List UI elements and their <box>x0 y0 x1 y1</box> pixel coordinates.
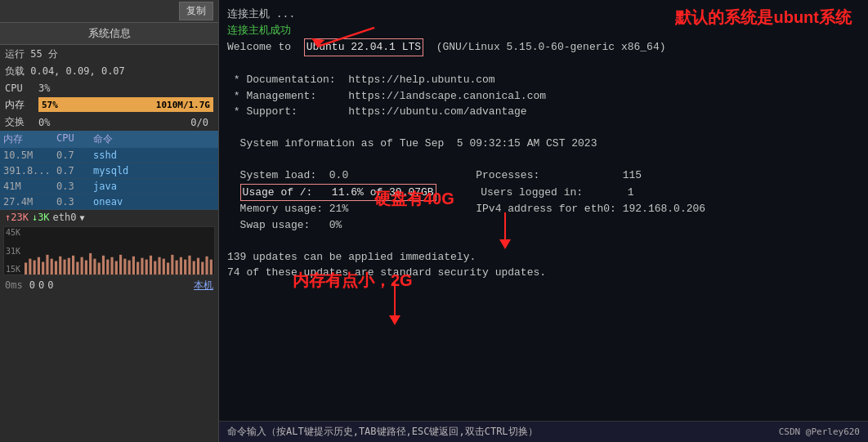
svg-rect-12 <box>76 262 78 275</box>
csdn-credit: CSDN @Perley620 <box>779 426 860 437</box>
svg-rect-30 <box>154 261 156 275</box>
terminal-line: 连接主机成功 <box>227 23 860 39</box>
row-mem: 41M <box>3 181 48 192</box>
latency-value-1: 0 <box>38 279 44 291</box>
table-row: 391.8... 0.7 mysqld <box>0 163 218 179</box>
svg-rect-28 <box>145 260 148 275</box>
svg-rect-27 <box>141 258 143 275</box>
latency-value-0: 0 <box>29 279 35 291</box>
svg-rect-26 <box>136 262 139 275</box>
row-cpu: 0.7 <box>56 150 85 161</box>
terminal-line: System information as of Tue Sep 5 09:32… <box>227 136 860 152</box>
svg-rect-43 <box>210 260 213 275</box>
net-upload: ↑23K <box>5 212 29 223</box>
latency-value-2: 0 <box>47 279 53 291</box>
graph-labels: 45K 31K 15K <box>6 227 20 275</box>
memory-bar: 57% 1010M/1.7G <box>38 97 213 112</box>
svg-rect-13 <box>81 257 83 275</box>
uptime-row: 运行 55 分 <box>0 45 218 64</box>
svg-rect-37 <box>184 260 186 275</box>
row-cpu: 0.7 <box>56 165 85 176</box>
svg-rect-17 <box>98 263 101 275</box>
swap-size: 0/0 <box>190 117 208 128</box>
svg-rect-14 <box>85 261 87 275</box>
process-table-header: 内存 CPU 命令 <box>0 131 218 148</box>
svg-rect-9 <box>63 260 65 275</box>
svg-rect-5 <box>46 255 48 275</box>
right-panel: 连接主机 ... 连接主机成功 Welcome to Ubuntu 22.04.… <box>219 0 868 442</box>
table-row: 10.5M 0.7 sshd <box>0 148 218 163</box>
svg-rect-38 <box>188 256 190 275</box>
row-cmd: oneav <box>93 196 215 208</box>
svg-rect-15 <box>89 253 92 275</box>
svg-rect-2 <box>34 261 36 275</box>
svg-rect-3 <box>38 257 40 275</box>
svg-rect-29 <box>150 256 152 275</box>
svg-rect-35 <box>176 261 178 275</box>
network-graph-svg <box>25 227 214 275</box>
copy-button[interactable]: 复制 <box>179 2 213 20</box>
graph-label-top: 45K <box>6 228 20 237</box>
svg-rect-8 <box>59 257 61 275</box>
svg-rect-24 <box>128 261 131 275</box>
sys-info-title: 系统信息 <box>0 23 218 45</box>
network-graph: 45K 31K 15K <box>3 226 215 275</box>
swap-value: 0% <box>38 117 50 128</box>
top-bar: 复制 <box>0 0 218 23</box>
svg-rect-1 <box>29 259 31 275</box>
latency-row: 0ms 0 0 0 本机 <box>0 277 218 294</box>
disk-usage-box: Usage of /: 11.6% of 39.07GB <box>240 184 436 202</box>
row-mem: 391.8... <box>3 165 48 176</box>
svg-rect-6 <box>51 259 53 275</box>
svg-rect-18 <box>102 256 105 275</box>
col-cpu: CPU <box>56 132 85 146</box>
row-mem: 27.4M <box>3 196 48 208</box>
row-mem: 10.5M <box>3 150 48 161</box>
svg-rect-10 <box>68 258 70 275</box>
svg-rect-33 <box>167 263 169 275</box>
cmd-input-label: 命令输入（按ALT键提示历史,TAB键路径,ESC键返回,双击CTRL切换） <box>227 425 538 439</box>
terminal-line <box>227 152 860 168</box>
table-row: 27.4M 0.3 oneav <box>0 194 218 210</box>
memory-row: 内存 57% 1010M/1.7G <box>0 96 218 114</box>
svg-rect-25 <box>132 257 135 275</box>
row-cmd: mysqld <box>93 165 215 176</box>
terminal-line: 连接主机 ... <box>227 7 860 23</box>
net-dropdown-icon[interactable]: ▼ <box>80 213 85 222</box>
svg-rect-31 <box>158 257 160 275</box>
svg-rect-40 <box>197 258 199 275</box>
network-row: ↑23K ↓3K eth0 ▼ <box>0 210 218 225</box>
svg-rect-16 <box>93 259 96 275</box>
row-cpu: 0.3 <box>56 196 85 208</box>
col-mem: 内存 <box>3 132 48 146</box>
terminal-line: Swap usage: 0% <box>227 217 860 234</box>
terminal-line: * Management: https://landscape.canonica… <box>227 88 860 105</box>
row-cmd: java <box>93 181 215 192</box>
terminal-content[interactable]: 连接主机 ... 连接主机成功 Welcome to Ubuntu 22.04.… <box>219 0 868 421</box>
terminal-line: 74 of these updates are standard securit… <box>227 265 860 281</box>
cpu-value: 3% <box>38 83 50 94</box>
swap-label: 交换 <box>5 115 34 129</box>
cpu-row: CPU 3% <box>0 81 218 96</box>
svg-rect-42 <box>205 257 208 275</box>
table-row: 41M 0.3 java <box>0 179 218 194</box>
memory-size: 1010M/1.7G <box>156 100 210 110</box>
svg-rect-22 <box>119 255 122 275</box>
terminal-line: System load: 0.0 Processes: 115 <box>227 167 860 184</box>
terminal-line: 139 updates can be applied immediately. <box>227 249 860 266</box>
svg-rect-0 <box>25 263 27 275</box>
swap-row: 交换 0% 0/0 <box>0 114 218 131</box>
row-cmd: sshd <box>93 150 215 161</box>
col-cmd: 命令 <box>93 132 215 146</box>
graph-label-mid: 31K <box>6 247 20 256</box>
terminal-line <box>227 120 860 136</box>
svg-rect-20 <box>110 257 113 275</box>
terminal-line: Usage of /: 11.6% of 39.07GB Users logge… <box>227 184 860 202</box>
terminal-bottom-bar: 命令输入（按ALT键提示历史,TAB键路径,ESC键返回,双击CTRL切换） C… <box>219 421 868 442</box>
memory-percent: 57% <box>42 100 58 110</box>
graph-label-bot: 15K <box>6 265 20 274</box>
svg-rect-19 <box>106 260 109 275</box>
svg-rect-23 <box>123 259 126 275</box>
local-link[interactable]: 本机 <box>194 279 213 292</box>
net-download: ↓3K <box>32 212 50 223</box>
